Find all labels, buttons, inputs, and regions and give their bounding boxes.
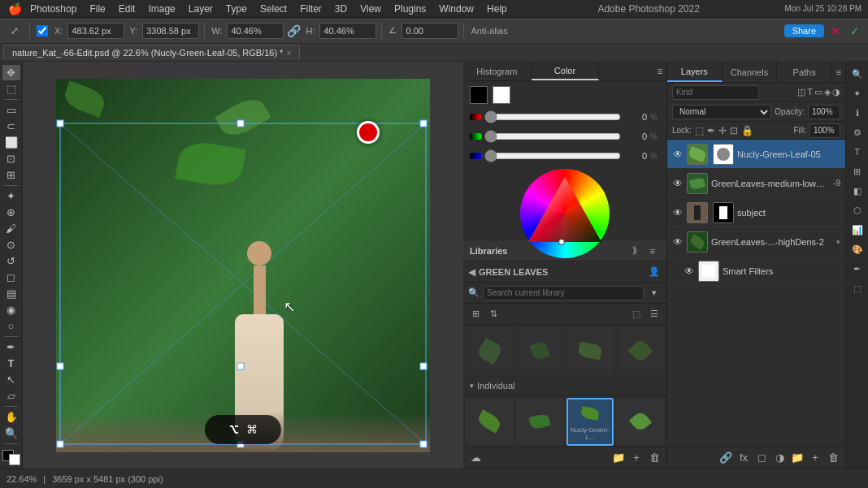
library-item-4[interactable] (616, 327, 664, 375)
menu-file[interactable]: File (84, 2, 111, 16)
layer-item-3[interactable]: 👁 subject (667, 198, 845, 227)
layers-group-icon[interactable]: 📁 (790, 451, 805, 465)
clone-tool[interactable]: ⊙ (2, 237, 20, 253)
move-tool[interactable]: ✥ (2, 65, 20, 80)
layer-2-visibility[interactable]: 👁 (672, 178, 684, 189)
lib-individual-4[interactable] (616, 398, 664, 446)
libraries-cloud-icon[interactable]: ☁ (468, 451, 483, 465)
libraries-expand-icon[interactable]: ⟫ (627, 244, 642, 258)
layer-item-2[interactable]: 👁 GreenLeaves-medium-lowDens-9 -9 (667, 169, 845, 198)
zoom-tool[interactable]: 🔍 (2, 425, 20, 441)
library-item-1[interactable] (466, 327, 514, 375)
lib-individual-2[interactable] (516, 398, 564, 446)
fr-star-icon[interactable]: ✦ (848, 84, 866, 102)
layer-4-visibility[interactable]: 👁 (672, 236, 684, 248)
share-button[interactable]: Share (784, 24, 824, 37)
fr-brush-icon[interactable]: ✒ (848, 260, 866, 278)
transform-checkbox[interactable] (37, 25, 48, 37)
apple-icon[interactable]: 🍎 (7, 0, 23, 18)
library-item-2[interactable] (516, 327, 564, 375)
fr-color-icon[interactable]: 🎨 (848, 240, 866, 258)
libraries-view-icon[interactable]: ⬚ (629, 307, 644, 322)
layer-1-visibility[interactable]: 👁 (672, 149, 684, 160)
libraries-folder-icon[interactable]: 📁 (611, 451, 626, 465)
layer-blend-mode[interactable]: Normal Multiply Screen (672, 105, 771, 119)
link-dimensions-icon[interactable]: 🔗 (287, 24, 301, 37)
brush-tool[interactable]: 🖌 (2, 221, 20, 236)
cancel-transform-button[interactable]: ✕ (827, 23, 844, 39)
confirm-transform-button[interactable]: ✓ (847, 23, 863, 39)
menu-view[interactable]: View (354, 2, 387, 16)
h-input[interactable] (319, 23, 376, 39)
background-color[interactable] (9, 454, 20, 465)
artboard-tool[interactable]: ⬚ (2, 81, 20, 97)
lib-individual-1[interactable] (466, 398, 514, 446)
libraries-sort-icon[interactable]: ⇅ (486, 307, 501, 322)
pen-tool[interactable]: ✒ (2, 339, 20, 355)
libraries-menu-icon[interactable]: ≡ (645, 244, 660, 258)
menu-edit[interactable]: Edit (113, 2, 141, 16)
fr-type-icon[interactable]: T (848, 143, 866, 161)
history-tool[interactable]: ↺ (2, 253, 20, 269)
b-slider[interactable] (484, 153, 621, 159)
fg-color-swatch[interactable] (470, 86, 488, 104)
menu-layer[interactable]: Layer (183, 2, 219, 16)
marquee-tool[interactable]: ▭ (2, 102, 20, 118)
bg-color-swatch[interactable] (493, 86, 510, 104)
lock-artboard-icon[interactable]: ⊡ (730, 125, 738, 136)
blur-tool[interactable]: ◉ (2, 302, 20, 317)
menu-image[interactable]: Image (142, 2, 180, 16)
layers-effects-icon[interactable]: fx (736, 451, 751, 465)
layer-fill-input[interactable] (809, 123, 840, 138)
fr-grid-icon[interactable]: ⊞ (848, 162, 866, 180)
lasso-tool[interactable]: ⊂ (2, 119, 20, 134)
layer-filter-shape-icon[interactable]: ▭ (814, 87, 822, 97)
layer-item-4[interactable]: 👁 GreenLeaves-...-highDens-2 ▾ (667, 227, 845, 257)
layer-item-5[interactable]: 👁 Smart Filters (667, 257, 845, 286)
layer-opacity-input[interactable] (808, 105, 840, 119)
fr-expand-icon[interactable]: ⬚ (848, 279, 866, 297)
layers-link-icon[interactable]: 🔗 (718, 451, 733, 465)
libraries-filter-icon[interactable]: ⊞ (468, 307, 483, 322)
menu-photoshop[interactable]: Photoshop (24, 2, 82, 16)
document-tab[interactable]: nature_Kat_-66-Edit.psd @ 22.6% (Nucly-G… (3, 45, 300, 60)
tab-channels[interactable]: Channels (723, 62, 778, 82)
layers-mask-icon[interactable]: ◻ (754, 451, 769, 465)
frame-tool[interactable]: ⊞ (2, 167, 20, 183)
layer-filter-text-icon[interactable]: T (807, 87, 813, 97)
tab-color[interactable]: Color (532, 62, 600, 80)
dodge-tool[interactable]: ○ (2, 318, 20, 334)
libraries-add-icon[interactable]: + (629, 451, 644, 465)
lock-all-icon[interactable]: 🔒 (741, 125, 753, 136)
layers-adjustment-icon[interactable]: ◑ (772, 451, 787, 465)
layer-3-visibility[interactable]: 👁 (672, 207, 684, 218)
section-individual[interactable]: ▾ Individual (463, 378, 666, 395)
fr-info-icon[interactable]: ℹ (848, 104, 866, 122)
eyedropper-tool[interactable]: ✦ (2, 188, 20, 204)
libraries-list-icon[interactable]: ☰ (647, 307, 662, 322)
library-item-3[interactable] (566, 327, 614, 375)
layer-5-visibility[interactable]: 👁 (684, 266, 695, 277)
x-input[interactable] (67, 23, 124, 39)
gradient-tool[interactable]: ▤ (2, 286, 20, 301)
menu-select[interactable]: Select (254, 2, 293, 16)
tab-layers[interactable]: Layers (667, 62, 723, 82)
tab-paths[interactable]: Paths (777, 62, 832, 82)
lib-individual-3-selected[interactable]: Nucly-Green-L... (566, 398, 614, 446)
type-tool[interactable]: T (2, 356, 20, 371)
fr-layers-icon[interactable]: ◧ (848, 182, 866, 200)
fr-graph-icon[interactable]: 📊 (848, 221, 866, 239)
angle-input[interactable] (401, 23, 458, 39)
color-panel-menu[interactable]: ≡ (653, 62, 666, 81)
layers-kind-input[interactable] (672, 85, 759, 100)
y-input[interactable] (142, 23, 199, 39)
object-select-tool[interactable]: ⬜ (2, 135, 20, 150)
layer-item-1[interactable]: 👁 Nucly-Green-Leaf-05 (667, 140, 845, 169)
tab-histogram[interactable]: Histogram (463, 62, 532, 80)
eraser-tool[interactable]: ◻ (2, 270, 20, 285)
fr-search-icon[interactable]: 🔍 (848, 65, 866, 83)
libraries-search-input[interactable] (483, 286, 644, 300)
libraries-back-button[interactable]: ◀ (468, 266, 475, 278)
menu-window[interactable]: Window (433, 2, 480, 16)
color-boxes[interactable] (2, 450, 20, 465)
